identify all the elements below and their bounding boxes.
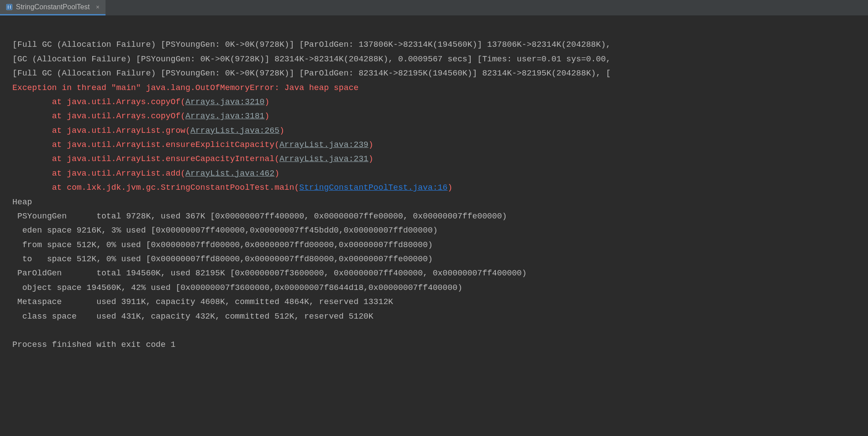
heap-line: PSYoungGen total 9728K, used 367K [0x000… — [12, 212, 507, 221]
source-link[interactable]: ArrayList.java:239 — [279, 140, 369, 150]
stack-frame: at java.util.Arrays.copyOf( — [12, 98, 185, 107]
gc-line: [Full GC (Allocation Failure) [PSYoungGe… — [12, 69, 611, 78]
tab-title: StringConstantPoolTest — [16, 1, 90, 13]
heap-line: Metaspace used 3911K, capacity 4608K, co… — [12, 297, 393, 307]
source-link[interactable]: ArrayList.java:265 — [190, 126, 279, 135]
svg-rect-0 — [7, 4, 12, 10]
svg-rect-1 — [8, 5, 9, 9]
close-icon[interactable]: × — [96, 2, 99, 13]
console-output[interactable]: [Full GC (Allocation Failure) [PSYoungGe… — [0, 16, 868, 353]
heap-line: object space 194560K, 42% used [0x000000… — [12, 283, 462, 293]
stack-trace: at java.util.Arrays.copyOf(Arrays.java:3… — [12, 98, 453, 192]
source-link[interactable]: ArrayList.java:462 — [185, 169, 275, 178]
stack-frame: at java.util.ArrayList.ensureCapacityInt… — [12, 154, 279, 164]
heap-line: class space used 431K, capacity 432K, co… — [12, 312, 374, 321]
tab-run-config[interactable]: StringConstantPoolTest × — [0, 0, 106, 15]
heap-line: from space 512K, 0% used [0x00000007ffd0… — [12, 241, 433, 250]
stack-frame: at java.util.ArrayList.add( — [12, 169, 185, 178]
heap-line: eden space 9216K, 3% used [0x00000007ff4… — [12, 226, 438, 235]
gc-line: [GC (Allocation Failure) [PSYoungGen: 0K… — [12, 55, 611, 64]
source-link[interactable]: Arrays.java:3210 — [185, 98, 264, 107]
source-link[interactable]: StringConstantPoolTest.java:16 — [299, 183, 448, 192]
source-link[interactable]: ArrayList.java:231 — [279, 154, 369, 164]
run-tab-icon — [6, 4, 12, 10]
exception-line: Exception in thread "main" java.lang.Out… — [12, 83, 359, 93]
heap-line: to space 512K, 0% used [0x00000007ffd800… — [12, 255, 433, 264]
exit-line: Process finished with exit code 1 — [12, 340, 176, 350]
source-link[interactable]: Arrays.java:3181 — [185, 112, 264, 121]
stack-frame: at java.util.Arrays.copyOf( — [12, 112, 185, 121]
svg-rect-2 — [10, 5, 11, 9]
heap-line: ParOldGen total 194560K, used 82195K [0x… — [12, 269, 527, 278]
stack-frame: at java.util.ArrayList.grow( — [12, 126, 190, 135]
heap-line: Heap — [12, 198, 32, 207]
tab-bar: StringConstantPoolTest × — [0, 0, 868, 16]
gc-line: [Full GC (Allocation Failure) [PSYoungGe… — [12, 40, 611, 49]
stack-frame: at java.util.ArrayList.ensureExplicitCap… — [12, 140, 279, 150]
stack-frame: at com.lxk.jdk.jvm.gc.StringConstantPool… — [12, 183, 299, 192]
heap-dump: Heap PSYoungGen total 9728K, used 367K [… — [12, 198, 527, 321]
